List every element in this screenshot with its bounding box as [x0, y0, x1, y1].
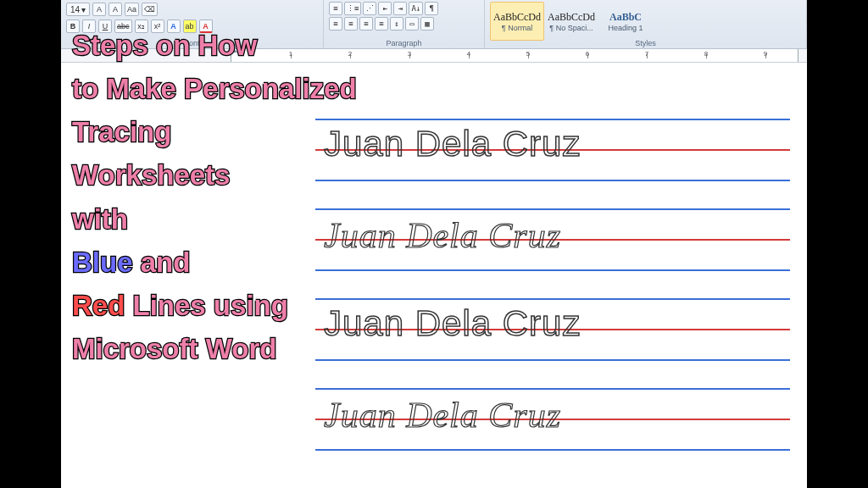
superscript-button[interactable]: x² — [151, 19, 164, 33]
style-heading-1[interactable]: AaBbCHeading 1 — [598, 2, 653, 41]
style-preview: AaBbCcDd — [548, 11, 595, 24]
guide-line-top — [315, 119, 790, 120]
font-size-select[interactable]: 14▾ — [66, 3, 90, 16]
ruler-number: 3 — [408, 50, 411, 58]
horizontal-ruler[interactable]: 123456789 — [61, 49, 807, 63]
ribbon: 14▾ A A Aa ⌫ B I U abc x₂ x² A ab A Font — [61, 0, 807, 49]
text-effects-button[interactable]: A — [167, 19, 181, 33]
strikethrough-button[interactable]: abc — [114, 19, 132, 33]
align-left-button[interactable]: ≡ — [329, 17, 342, 30]
bullets-button[interactable]: ≡ — [329, 2, 342, 15]
style---normal[interactable]: AaBbCcDd¶ Normal — [490, 2, 544, 41]
tracing-text-print: Juan Dela Cruz — [324, 303, 581, 344]
align-right-button[interactable]: ≡ — [359, 17, 373, 30]
tracing-text-cursive: Juan Dela Cruz — [324, 215, 561, 256]
ruler-number: 2 — [348, 50, 352, 58]
highlight-button[interactable]: ab — [183, 19, 197, 33]
ruler-number: 4 — [467, 50, 470, 58]
tracing-row-3: Juan Dela Cruz — [315, 298, 790, 366]
tracing-text-print: Juan Dela Cruz — [324, 124, 581, 164]
multilevel-list-button[interactable]: ⋰ — [363, 2, 376, 15]
ribbon-group-paragraph: ≡ ⋮≡ ⋰ ⇤ ⇥ A↓ ¶ ≡ ≡ ≡ ≡ ↕ ▭ ▦ — [324, 0, 485, 48]
font-color-button[interactable]: A — [199, 19, 213, 33]
indent-marker-icon[interactable] — [229, 47, 237, 53]
tracing-text-cursive: Juan Dela Cruz — [324, 395, 561, 435]
justify-button[interactable]: ≡ — [375, 17, 388, 30]
subscript-button[interactable]: x₂ — [135, 19, 148, 33]
shading-button[interactable]: ▭ — [405, 17, 419, 30]
ruler-track: 123456789 — [231, 49, 798, 62]
group-title-paragraph: Paragraph — [324, 39, 484, 47]
italic-button[interactable]: I — [82, 19, 96, 33]
style---no-spaci---[interactable]: AaBbCcDd¶ No Spaci... — [544, 2, 598, 41]
ruler-number: 5 — [526, 50, 530, 58]
ruler-number: 9 — [764, 50, 767, 58]
bold-button[interactable]: B — [66, 19, 80, 33]
align-center-button[interactable]: ≡ — [344, 17, 358, 30]
guide-line-top — [315, 208, 790, 210]
ruler-number: 7 — [645, 50, 648, 58]
ruler-number: 6 — [586, 50, 589, 58]
group-title-font: Font — [61, 39, 323, 47]
app-stage: 14▾ A A Aa ⌫ B I U abc x₂ x² A ab A Font — [61, 0, 807, 488]
sort-button[interactable]: A↓ — [409, 2, 423, 15]
guide-line-bot — [315, 359, 790, 361]
ribbon-group-styles: AaBbCcDd¶ NormalAaBbCcDd¶ No Spaci...AaB… — [485, 0, 807, 48]
group-title-styles: Styles — [485, 39, 806, 47]
numbering-button[interactable]: ⋮≡ — [344, 2, 361, 15]
decrease-indent-button[interactable]: ⇤ — [378, 2, 392, 15]
ribbon-group-font: 14▾ A A Aa ⌫ B I U abc x₂ x² A ab A Font — [61, 0, 324, 48]
guide-line-bot — [315, 449, 790, 451]
line-spacing-button[interactable]: ↕ — [390, 17, 403, 30]
ruler-number: 8 — [704, 50, 708, 58]
style-label: ¶ No Spaci... — [549, 24, 593, 32]
tracing-row-2: Juan Dela Cruz — [315, 208, 790, 276]
style-preview: AaBbC — [609, 11, 642, 24]
guide-line-bot — [315, 180, 790, 181]
style-preview: AaBbCcDd — [493, 11, 541, 24]
clear-formatting-button[interactable]: ⌫ — [142, 3, 158, 16]
grow-font-button[interactable]: A — [92, 3, 106, 16]
document-area[interactable]: Juan Dela CruzJuan Dela CruzJuan Dela Cr… — [61, 63, 807, 488]
style-label: ¶ Normal — [502, 24, 532, 32]
ruler-number: 1 — [289, 50, 292, 58]
font-size-value: 14 — [70, 5, 80, 14]
guide-line-bot — [315, 269, 790, 271]
increase-indent-button[interactable]: ⇥ — [393, 2, 407, 15]
change-case-button[interactable]: Aa — [125, 3, 139, 16]
shrink-font-button[interactable]: A — [108, 3, 122, 16]
underline-button[interactable]: U — [98, 19, 112, 33]
guide-line-top — [315, 388, 790, 390]
chevron-down-icon: ▾ — [81, 5, 86, 14]
tracing-row-4: Juan Dela Cruz — [315, 388, 790, 456]
style-label: Heading 1 — [608, 24, 643, 32]
borders-button[interactable]: ▦ — [420, 17, 434, 30]
guide-line-top — [315, 298, 790, 300]
tracing-row-1: Juan Dela Cruz — [315, 119, 790, 186]
show-marks-button[interactable]: ¶ — [425, 2, 438, 15]
